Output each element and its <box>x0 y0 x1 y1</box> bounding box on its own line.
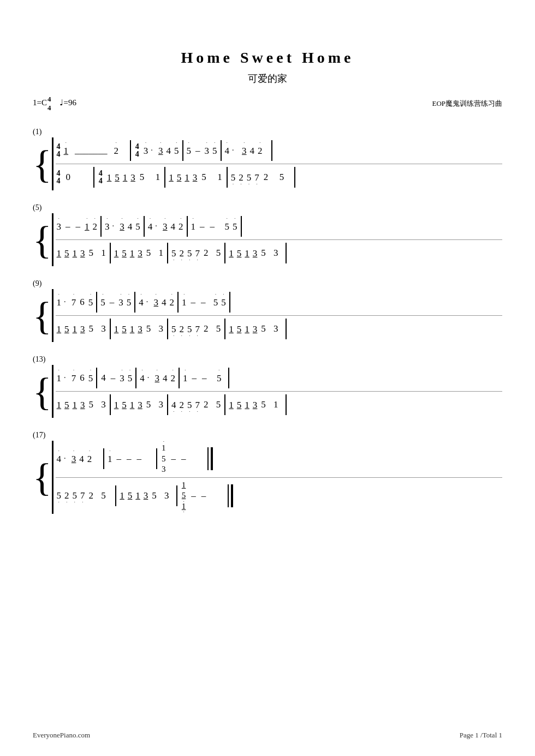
bar-b3c <box>224 319 225 339</box>
b2-3a: 3 <box>80 243 85 263</box>
b4-3a: 3 <box>80 395 85 415</box>
bar-b4b <box>167 394 168 415</box>
section-label-3: (9) <box>33 279 502 288</box>
bar-b3end <box>286 319 287 339</box>
b3-3e: 3 <box>253 319 258 339</box>
b2-1c: 1 <box>101 248 106 259</box>
b3-5f: 5· <box>187 319 192 339</box>
b-5a: 5 <box>115 167 120 188</box>
t2-4: 4 <box>128 217 133 237</box>
t4-1: ·1 <box>57 368 62 388</box>
bass-row-2: 1 5 1 3 5 1 1 5 1 3 5 1 5· 2· 5· 7· <box>56 240 502 266</box>
b3-1a: 1 <box>57 319 62 339</box>
brace-3: { <box>33 289 52 342</box>
t2-5b: ·5 <box>233 217 237 237</box>
bar-b2a <box>110 243 111 263</box>
b4-5h: 5 <box>261 399 266 410</box>
b3-1c: 1 <box>114 319 119 339</box>
b3-3f: 3 <box>274 323 278 334</box>
bar-4b <box>135 368 136 388</box>
note-0: 0 <box>66 172 71 183</box>
b4-1c: 1 <box>114 395 119 415</box>
b2-1b: 1 <box>73 243 78 263</box>
t2-d3: – <box>200 221 205 232</box>
bass-row-3: 1 5 1 3 5 3 1 5 1 3 5 3 5· 2· 5· 7· <box>56 316 502 342</box>
b-1d: 1 <box>169 167 174 188</box>
grand-staff-5: { ·4· ·3 4 ·2 ·1 – – – ·1 <box>33 441 502 514</box>
t3-5c: ·5 <box>127 292 132 313</box>
t5-d1: – <box>117 453 122 464</box>
b-1f: 1 <box>217 172 222 183</box>
bar-2 <box>182 140 183 161</box>
b5-5a: 5· <box>57 485 62 506</box>
b3-3a: 3 <box>80 319 85 339</box>
t5-d4: – <box>171 453 176 464</box>
t2-d4: – <box>210 221 215 232</box>
b-7a: 7· <box>254 167 259 188</box>
bar-5a <box>103 448 104 469</box>
b4-1f: 1 <box>245 395 249 415</box>
t3-3b: ·3 <box>154 292 159 313</box>
b-1a: 1 <box>107 167 112 188</box>
note-2-1: ·2 <box>114 141 119 161</box>
t2-d2: – <box>76 221 81 232</box>
treble-row-2: ·3 – – ·1 ·2 ·3· ·3 4 ·5 ·4· ·3 4 ·2 <box>56 213 502 239</box>
bar-4end <box>228 368 229 388</box>
t5-1: ·1 <box>108 449 112 469</box>
b3-1e: 1 <box>229 319 234 339</box>
t5-4b: 4 <box>79 449 84 469</box>
b5-7a: 7· <box>80 485 85 506</box>
b2-1e: 1 <box>130 243 135 263</box>
b2-2b: 2 <box>204 248 209 259</box>
b5-d1: – <box>191 490 196 501</box>
b2-7a: 7· <box>195 243 200 263</box>
bar-2end <box>241 216 242 237</box>
b-1b: 1 <box>123 167 128 188</box>
t4-2: ·2 <box>171 368 176 388</box>
b4-5g: 5 <box>237 395 242 415</box>
b5-2b: 2 <box>89 490 94 501</box>
bar-b2b <box>167 243 168 263</box>
grand-staff-2: { ·3 – – ·1 ·2 ·3· ·3 4 ·5 ·4· ·3 <box>33 213 502 266</box>
b3-5e: 5· <box>171 319 176 339</box>
b-2a: 2· <box>239 167 243 188</box>
t4-5c: ·5 <box>217 368 222 388</box>
note-5c: ·5 <box>212 141 217 161</box>
t2-d1: – <box>66 221 70 232</box>
b-5d: 5 <box>201 172 206 183</box>
double-barline-bass <box>228 484 233 507</box>
note-4b: ·4 <box>225 141 230 161</box>
b5-5d: 5 <box>128 485 133 506</box>
grand-staff-3: { ·1· ·7 6 ·5 ·5 – ·3 ·5 ·4· ·3 4 ·2 ·1 <box>33 289 502 342</box>
note-3d: ·3 <box>144 141 148 161</box>
brace-4: { <box>33 365 52 418</box>
bar-2c <box>187 216 188 237</box>
t4-1b: ·1 <box>183 368 188 388</box>
t3-5d: ·5 <box>213 292 218 313</box>
b5-1a: 1 <box>120 485 124 506</box>
dash-1: _______ <box>75 145 108 156</box>
b3-5h: 5 <box>237 319 242 339</box>
b4-1e: 1 <box>229 395 234 415</box>
b3-5a: 5 <box>64 319 69 339</box>
section-2: (5) { ·3 – – ·1 ·2 ·3· ·3 4 ·5 ·4· <box>33 203 502 266</box>
t3-d1: – <box>110 297 115 308</box>
note-4a: 4 <box>167 141 171 161</box>
t2-5a: ·5 <box>225 217 230 237</box>
b3-5g: 5 <box>216 323 221 334</box>
bar-4c <box>179 368 180 388</box>
t4-4c: 4 <box>163 368 168 388</box>
t3-4b: 4 <box>162 292 167 313</box>
b4-1b: 1 <box>73 395 78 415</box>
t3-5e: ·5 <box>221 292 226 313</box>
bar-5b <box>156 448 157 469</box>
section-label-1: (1) <box>33 128 502 136</box>
bar-4a <box>96 368 97 388</box>
t4-d3: – <box>202 373 207 383</box>
b2-5f: 5· <box>187 243 192 263</box>
b4-3e: 3 <box>253 395 258 415</box>
time-sig-bass: 44 <box>57 170 61 185</box>
b2-5e: 5· <box>171 243 176 263</box>
b-5g: 5 <box>280 172 284 183</box>
bar-2b <box>144 216 145 237</box>
